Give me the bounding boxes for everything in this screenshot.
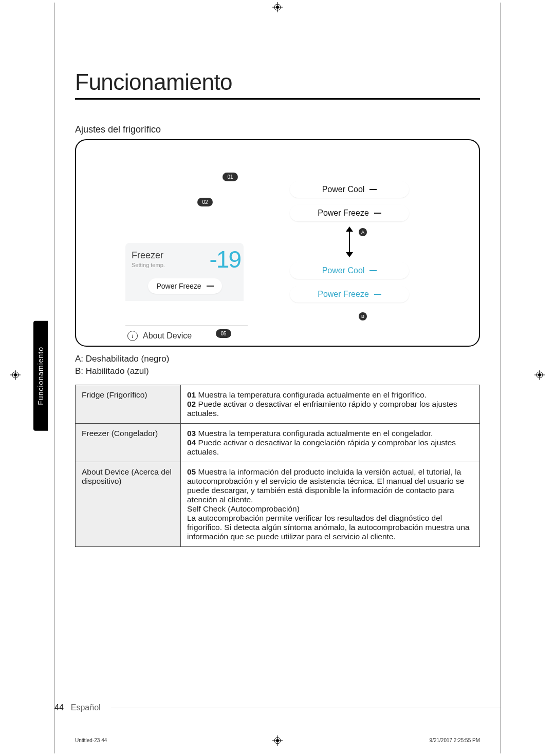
registration-mark-icon	[534, 370, 545, 380]
row-label: Freezer (Congelador)	[76, 423, 181, 462]
minus-icon	[369, 270, 377, 271]
footer-rule	[111, 708, 501, 708]
selfcheck-body: La autocomprobación permite verificar lo…	[187, 514, 470, 541]
power-freeze-pill-enabled[interactable]: Power Freeze	[290, 286, 409, 303]
callout-01: 01	[223, 173, 238, 181]
legend-b: B: Habilitado (azul)	[75, 365, 480, 377]
desc-text: Puede activar o desactivar la congelació…	[187, 438, 456, 456]
callout-02: 02	[197, 198, 213, 206]
freezer-label: Freezer	[132, 250, 165, 261]
callout-num: 05	[187, 467, 196, 476]
page-body: Funcionamiento Ajustes del frigorífico 0…	[54, 3, 501, 753]
table-row: Freezer (Congelador) 03 Muestra la tempe…	[76, 423, 480, 462]
row-desc: 05 Muestra la información del producto i…	[181, 462, 480, 546]
callout-num: 02	[187, 400, 196, 408]
about-device-label: About Device	[143, 331, 192, 341]
print-meta-right: 9/21/2017 2:25:55 PM	[430, 738, 480, 743]
registration-mark-icon	[10, 370, 21, 380]
table-row: About Device (Acerca del dispositivo) 05…	[76, 462, 480, 546]
minus-icon	[369, 189, 377, 190]
state-column: Power Cool Power Freeze Power Cool Power…	[276, 181, 422, 303]
legend-a: A: Deshabilitado (negro)	[75, 353, 480, 365]
minus-icon	[207, 286, 214, 287]
definitions-table: Fridge (Frigorífico) 01 Muestra la tempe…	[75, 385, 480, 547]
page-number: 44	[54, 703, 64, 712]
row-desc: 03 Muestra la temperatura configurada ac…	[181, 423, 480, 462]
side-section-tab: Funcionamiento	[33, 321, 48, 431]
screen-illustration: 01 02 03 04 05 A B Freezer Setting temp.…	[75, 139, 480, 347]
desc-text: Muestra la temperatura configurada actua…	[196, 429, 433, 438]
table-row: Fridge (Frigorífico) 01 Muestra la tempe…	[76, 385, 480, 423]
power-freeze-label: Power Freeze	[318, 209, 369, 218]
power-freeze-label: Power Freeze	[156, 282, 201, 290]
row-label: About Device (Acerca del dispositivo)	[76, 462, 181, 546]
power-freeze-label: Power Freeze	[318, 290, 369, 299]
info-icon: i	[127, 331, 138, 341]
power-cool-pill-enabled[interactable]: Power Cool	[290, 262, 409, 279]
row-label: Fridge (Frigorífico)	[76, 385, 181, 423]
freezer-card: Freezer Setting temp. -19 Power Freeze	[125, 243, 244, 301]
svg-point-11	[538, 373, 541, 376]
row-desc: 01 Muestra la temperatura configurada ac…	[181, 385, 480, 423]
desc-text: Muestra la información del producto incl…	[187, 467, 464, 504]
power-cool-label: Power Cool	[322, 266, 365, 275]
callout-num: 01	[187, 390, 196, 399]
power-freeze-pill-disabled[interactable]: Power Freeze	[290, 205, 409, 221]
minus-icon	[374, 294, 381, 295]
freezer-temp-value: -19	[210, 250, 240, 269]
title-rule	[75, 98, 480, 100]
double-arrow-icon	[276, 226, 422, 257]
power-freeze-pill-card[interactable]: Power Freeze	[148, 278, 221, 294]
about-device-row[interactable]: i About Device	[125, 325, 248, 341]
power-cool-pill-disabled[interactable]: Power Cool	[290, 181, 409, 198]
desc-text: Muestra la temperatura configurada actua…	[196, 390, 427, 399]
selfcheck-title: Self Check (Autocomprobación)	[187, 504, 300, 513]
minus-icon	[374, 213, 381, 214]
print-meta-left: Untitled-23 44	[75, 738, 107, 743]
desc-text: Puede activar o desactivar el enfriamien…	[187, 400, 457, 418]
section-subhead: Ajustes del frigorífico	[75, 124, 480, 135]
callout-B: B	[359, 312, 367, 320]
setting-temp-label: Setting temp.	[132, 262, 165, 268]
callout-num: 03	[187, 429, 196, 438]
page-title: Funcionamiento	[75, 69, 480, 95]
power-cool-label: Power Cool	[322, 185, 365, 194]
page-footer: 44 Español	[54, 703, 501, 712]
callout-num: 04	[187, 438, 196, 447]
language-label: Español	[71, 703, 101, 712]
legend: A: Deshabilitado (negro) B: Habilitado (…	[75, 353, 480, 377]
svg-point-7	[14, 373, 17, 376]
